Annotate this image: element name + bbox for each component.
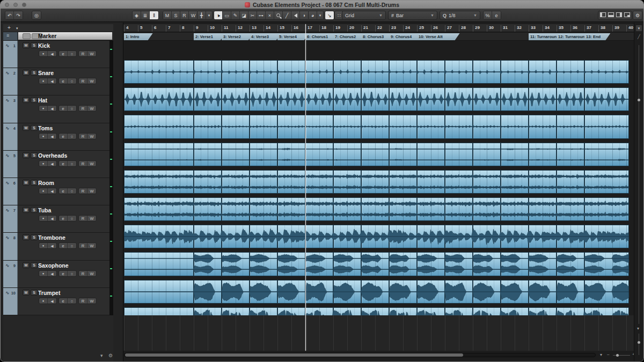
audio-event[interactable]: [305, 60, 333, 84]
edit-channel-button[interactable]: e: [59, 243, 68, 248]
audio-event[interactable]: [361, 60, 389, 84]
audio-event[interactable]: [222, 197, 250, 221]
vertical-zoom-handle[interactable]: [638, 341, 640, 344]
read-automation-button[interactable]: R: [79, 51, 87, 56]
edit-channel-button[interactable]: e: [59, 188, 68, 194]
read-all-button[interactable]: R: [180, 11, 189, 19]
audio-event[interactable]: [194, 115, 222, 138]
activate-project-button[interactable]: ◈: [133, 11, 141, 19]
track-row-snare[interactable]: ∿ 2 M S Snare ● ◀ e ○ R W: [3, 68, 113, 95]
write-automation-button[interactable]: W: [87, 298, 96, 304]
marker-flag[interactable]: 1: Intro: [124, 33, 153, 40]
marker-flag[interactable]: 3: Verse2: [222, 33, 253, 40]
audio-event[interactable]: [473, 143, 501, 166]
track-row-tuba[interactable]: ∿ 7 M S Tuba ● ◀ e ○ R W: [3, 205, 113, 233]
write-automation-button[interactable]: W: [87, 188, 96, 194]
audio-event[interactable]: [529, 197, 557, 221]
audio-event[interactable]: [557, 252, 584, 276]
edit-channel-button[interactable]: e: [59, 78, 68, 84]
audio-event[interactable]: [124, 60, 194, 84]
audio-event[interactable]: [277, 225, 305, 248]
title-bar[interactable]: Cubase Elements Project - 08 067 Cm Full…: [1, 1, 643, 9]
freeze-button[interactable]: ○: [68, 134, 76, 139]
mute-button[interactable]: M: [23, 125, 30, 131]
write-all-button[interactable]: W: [189, 11, 197, 19]
record-enable-button[interactable]: ●: [39, 161, 48, 166]
audio-event[interactable]: [361, 87, 389, 111]
solo-button[interactable]: S: [31, 70, 38, 76]
solo-button[interactable]: S: [31, 180, 38, 186]
record-enable-button[interactable]: ●: [39, 134, 48, 139]
audio-event[interactable]: [222, 170, 250, 194]
glue-tool[interactable]: ⊶: [257, 11, 266, 19]
vertical-scrollbar-thumb[interactable]: [638, 99, 640, 101]
solo-button[interactable]: S: [31, 234, 38, 240]
track-row-trumpet[interactable]: ∿ 10 M S Trumpet ● ◀ e ○ R W: [3, 288, 113, 315]
audio-event[interactable]: [584, 197, 629, 221]
audio-event[interactable]: [501, 60, 529, 84]
freeze-button[interactable]: ○: [68, 271, 76, 276]
record-enable-button[interactable]: ●: [39, 298, 48, 304]
lower-zone-button[interactable]: [608, 12, 614, 17]
audio-event[interactable]: [557, 197, 584, 221]
audio-event[interactable]: [333, 280, 361, 304]
mute-button[interactable]: M: [23, 207, 30, 213]
audio-event[interactable]: [250, 60, 277, 84]
track-row-toms[interactable]: ∿ 4 M S Toms ● ◀ e ○ R W: [3, 123, 113, 151]
audio-event[interactable]: [222, 252, 250, 276]
audio-event[interactable]: [277, 87, 305, 111]
solo-button[interactable]: S: [31, 97, 38, 103]
monitor-button[interactable]: ◀: [48, 161, 56, 166]
audio-event[interactable]: [124, 87, 194, 111]
audio-event[interactable]: [529, 252, 557, 276]
audio-event[interactable]: [473, 197, 501, 221]
audio-event[interactable]: [194, 60, 222, 84]
audio-event[interactable]: [222, 87, 250, 111]
audio-event[interactable]: [557, 60, 584, 84]
audio-event[interactable]: [529, 60, 557, 84]
mute-button[interactable]: M: [23, 262, 30, 268]
audio-event[interactable]: [277, 252, 305, 276]
freeze-button[interactable]: ○: [68, 78, 76, 84]
audio-event[interactable]: [333, 170, 361, 194]
horizontal-zoom-out[interactable]: –: [607, 352, 609, 357]
marker-flag[interactable]: 2: Verse1: [194, 33, 225, 40]
audio-event[interactable]: [361, 115, 389, 138]
edit-channel-button[interactable]: e: [59, 106, 68, 111]
channel-tab-button[interactable]: ‖: [150, 11, 158, 19]
audio-event[interactable]: [445, 143, 473, 166]
read-automation-button[interactable]: R: [79, 243, 87, 248]
mute-button[interactable]: M: [23, 70, 30, 76]
audio-event[interactable]: [473, 170, 501, 194]
audio-event[interactable]: [222, 143, 250, 166]
snap-mode-dropdown[interactable]: Grid▼: [342, 11, 386, 20]
audio-event[interactable]: [417, 143, 445, 166]
audio-event[interactable]: [445, 252, 473, 276]
write-automation-button[interactable]: W: [87, 216, 96, 221]
solo-all-button[interactable]: S: [172, 11, 180, 19]
audio-event[interactable]: [557, 280, 584, 304]
track-list-settings-gear-icon[interactable]: ⚙: [108, 353, 113, 358]
marker-flag[interactable]: 13: End: [584, 33, 610, 40]
freeze-button[interactable]: ○: [68, 161, 76, 166]
zoom-window-button[interactable]: [22, 3, 26, 7]
audio-event[interactable]: [333, 252, 361, 276]
write-automation-button[interactable]: W: [87, 271, 96, 276]
right-zone-button[interactable]: [616, 12, 622, 17]
horizontal-scrollbar[interactable]: [124, 353, 596, 357]
audio-event[interactable]: [305, 197, 333, 221]
audio-event[interactable]: [222, 225, 250, 248]
horizontal-zoom-slider[interactable]: [613, 355, 630, 356]
audio-event[interactable]: [473, 115, 501, 138]
read-automation-button[interactable]: R: [79, 78, 87, 84]
solo-button[interactable]: S: [31, 152, 38, 158]
color-tool[interactable]: ◗: [300, 11, 309, 19]
audio-event[interactable]: [501, 143, 529, 166]
read-automation-button[interactable]: R: [79, 216, 87, 221]
monitor-button[interactable]: ◀: [48, 106, 56, 111]
undo-button[interactable]: ↶: [5, 11, 14, 19]
mute-button[interactable]: M: [23, 234, 30, 240]
read-automation-button[interactable]: R: [79, 271, 87, 276]
audio-event[interactable]: [557, 225, 584, 248]
audio-event[interactable]: [250, 252, 277, 276]
